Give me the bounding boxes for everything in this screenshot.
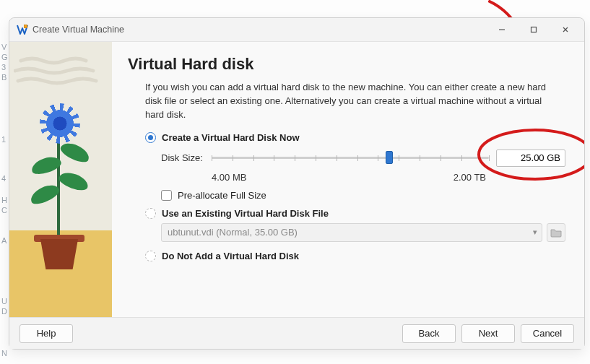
dialog-footer: Help Back Next Cancel [9, 317, 584, 349]
main-panel: Virtual Hard disk If you wish you can ad… [112, 42, 584, 317]
chevron-down-icon: ▾ [533, 228, 537, 237]
back-button[interactable]: Back [402, 324, 456, 343]
disk-size-input[interactable] [496, 150, 565, 167]
virtualbox-icon [17, 24, 28, 35]
dialog-window: Create Virtual Machine [9, 17, 585, 350]
sidebar-illustration [9, 42, 112, 317]
preallocate-row[interactable]: Pre-allocate Full Size [161, 190, 565, 201]
disk-size-label: Disk Size: [161, 152, 204, 163]
svg-rect-0 [25, 25, 27, 28]
existing-file-row: ubtunut.vdi (Normal, 35.00 GB) ▾ [161, 223, 565, 242]
browse-file-button[interactable] [547, 223, 565, 242]
folder-icon [550, 228, 562, 238]
window-minimize-button[interactable] [486, 18, 518, 41]
window-close-button[interactable] [550, 18, 581, 41]
option-do-not-add-label: Do Not Add a Virtual Hard Disk [162, 251, 299, 261]
page-description: If you wish you can add a virtual hard d… [145, 81, 557, 122]
titlebar: Create Virtual Machine [9, 18, 584, 41]
dialog-content: Virtual Hard disk If you wish you can ad… [9, 41, 584, 317]
option-create-now-label: Create a Virtual Hard Disk Now [162, 132, 300, 143]
option-create-now[interactable]: Create a Virtual Hard Disk Now [145, 132, 565, 143]
radio-create-now[interactable] [145, 132, 156, 143]
disk-size-max: 2.00 TB [454, 172, 486, 183]
svg-rect-1 [532, 27, 537, 32]
help-button[interactable]: Help [19, 324, 73, 343]
preallocate-label: Pre-allocate Full Size [178, 190, 266, 201]
radio-do-not-add[interactable] [145, 251, 156, 261]
background-gutter: VG3 B14 HCA UDN [0, 0, 9, 364]
radio-use-existing[interactable] [145, 208, 156, 219]
existing-file-combo[interactable]: ubtunut.vdi (Normal, 35.00 GB) ▾ [161, 223, 542, 242]
disk-size-min: 4.00 MB [212, 172, 246, 183]
window-title: Create Virtual Machine [32, 25, 124, 35]
disk-size-slider-thumb[interactable] [386, 151, 393, 164]
existing-file-display: ubtunut.vdi (Normal, 35.00 GB) [168, 227, 298, 238]
create-now-settings: Disk Size: 4.00 MB [161, 147, 565, 183]
option-do-not-add[interactable]: Do Not Add a Virtual Hard Disk [145, 251, 565, 261]
preallocate-checkbox[interactable] [161, 190, 172, 201]
page-heading: Virtual Hard disk [128, 55, 565, 74]
window-maximize-button[interactable] [518, 18, 550, 41]
next-button[interactable]: Next [461, 324, 515, 343]
option-use-existing-label: Use an Existing Virtual Hard Disk File [162, 208, 329, 219]
cancel-button[interactable]: Cancel [521, 324, 574, 343]
disk-size-slider[interactable] [212, 147, 489, 169]
option-use-existing[interactable]: Use an Existing Virtual Hard Disk File [145, 208, 565, 219]
disk-size-row: Disk Size: [161, 147, 565, 169]
